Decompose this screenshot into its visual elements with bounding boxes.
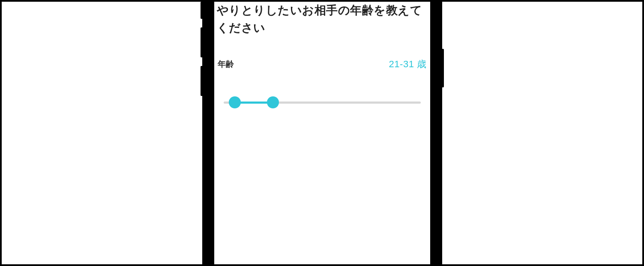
age-slider-value: 21-31 歳: [389, 58, 427, 71]
phone-volume-up: [201, 27, 202, 57]
phone-volume-down: [201, 66, 202, 96]
age-slider-label: 年齢: [218, 59, 234, 70]
phone-mute-switch: [201, 2, 202, 19]
slider-thumb-high[interactable]: [267, 96, 279, 108]
age-slider-header: 年齢 21-31 歳: [217, 58, 428, 71]
phone-screen: やりとりしたいお相手の年齢を教えてください 年齢 21-31 歳: [214, 0, 430, 266]
slider-thumb-low[interactable]: [229, 96, 241, 108]
age-range-slider[interactable]: [224, 96, 421, 109]
page-title: やりとりしたいお相手の年齢を教えてください: [217, 2, 428, 36]
phone-frame: やりとりしたいお相手の年齢を教えてください 年齢 21-31 歳: [202, 0, 442, 266]
phone-power-button: [442, 49, 444, 87]
